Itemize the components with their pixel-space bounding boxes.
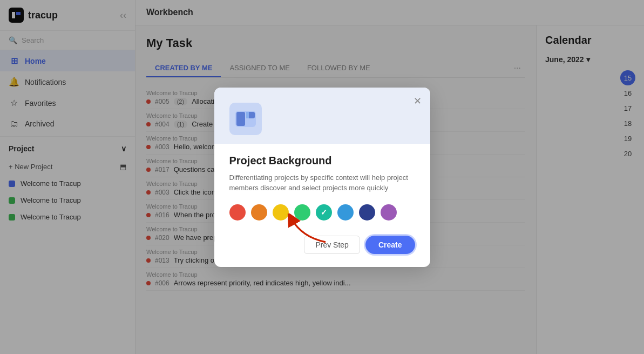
prev-step-button[interactable]: Prev Step — [304, 236, 360, 254]
modal-footer: Prev Step Create — [229, 236, 415, 254]
color-swatch-blue-dark[interactable] — [359, 204, 375, 221]
modal-icon-area — [214, 88, 430, 144]
color-swatch-blue-light[interactable] — [337, 204, 354, 221]
modal-overlay[interactable]: ✕ Project Background Differentiating pro… — [0, 0, 644, 354]
modal-title: Project Background — [229, 155, 415, 167]
color-swatch-red[interactable] — [229, 204, 246, 221]
color-swatch-orange[interactable] — [251, 204, 267, 221]
modal-description: Differentiating projects by specific con… — [229, 172, 415, 193]
project-background-modal: ✕ Project Background Differentiating pro… — [214, 88, 430, 267]
svg-rect-2 — [236, 112, 245, 126]
modal-body: Project Background Differentiating proje… — [214, 144, 430, 267]
modal-close-button[interactable]: ✕ — [413, 95, 422, 107]
color-swatch-teal[interactable] — [316, 204, 332, 221]
color-swatch-purple[interactable] — [381, 204, 397, 221]
create-button[interactable]: Create — [365, 236, 415, 254]
color-swatch-yellow[interactable] — [273, 204, 289, 221]
color-swatch-green[interactable] — [294, 204, 310, 221]
project-background-icon — [235, 111, 256, 127]
svg-rect-4 — [246, 112, 249, 118]
color-picker-row — [229, 204, 415, 221]
modal-project-icon — [229, 103, 262, 135]
